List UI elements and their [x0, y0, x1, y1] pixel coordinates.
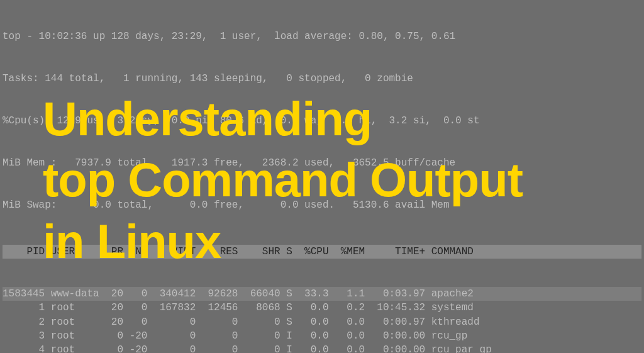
title-overlay: Understanding top Command Output in Linu…	[43, 88, 523, 272]
summary-uptime: top - 10:02:36 up 128 days, 23:29, 1 use…	[3, 30, 641, 43]
title-line-1: Understanding	[43, 88, 523, 149]
process-row: 1 root 20 0 167832 12456 8068 S 0.0 0.2 …	[3, 301, 641, 315]
process-row: 2 root 20 0 0 0 0 S 0.0 0.0 0:00.97 kthr…	[3, 315, 641, 329]
title-line-3: in Linux	[43, 211, 523, 272]
summary-tasks: Tasks: 144 total, 1 running, 143 sleepin…	[3, 72, 641, 86]
process-list: 1583445 www-data 20 0 340412 92628 66040…	[3, 287, 641, 353]
title-line-2: top Command Output	[43, 149, 523, 210]
process-row: 1583445 www-data 20 0 340412 92628 66040…	[3, 287, 641, 301]
process-row: 3 root 0 -20 0 0 0 I 0.0 0.0 0:00.00 rcu…	[3, 329, 641, 343]
process-row: 4 root 0 -20 0 0 0 I 0.0 0.0 0:00.00 rcu…	[3, 343, 641, 353]
